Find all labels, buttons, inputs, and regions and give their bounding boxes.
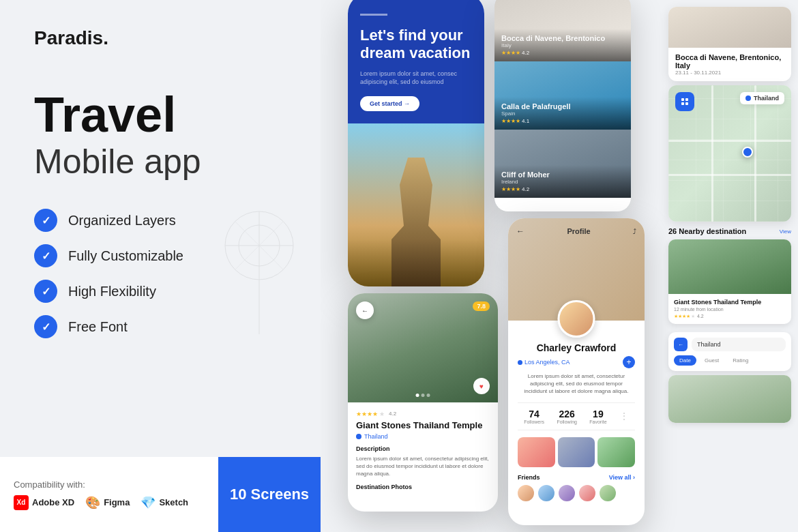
check-icon-2 — [34, 244, 57, 267]
check-icon-3 — [34, 280, 57, 303]
figma-label: Figma — [104, 497, 130, 507]
feature-label-4: Free Font — [68, 319, 128, 335]
friends-row — [518, 485, 635, 501]
photos-label: Destination Photos — [356, 484, 490, 490]
map-grid-button[interactable] — [675, 92, 694, 111]
filter-tab-date[interactable]: Date — [674, 355, 696, 366]
star-icon: ★★★★ — [501, 186, 520, 192]
dot-2 — [422, 394, 425, 397]
nearby-card: Giant Stones Thailand Temple 12 minute f… — [668, 239, 791, 324]
phone-header-bar — [360, 14, 387, 16]
profile-add-button[interactable]: + — [623, 356, 635, 368]
detail-stars: ★★★★ ★ 4.2 — [356, 411, 490, 417]
screens-badge: 10 Screens — [218, 457, 321, 532]
get-started-button[interactable]: Get started → — [360, 96, 419, 111]
view-all-link[interactable]: View all › — [609, 474, 635, 481]
figma-icon: 🎨 — [85, 495, 100, 510]
left-panel: Paradis. Travel Mobile app Organized Lay… — [0, 0, 321, 532]
filter-tabs: Date Guest Rating — [674, 355, 786, 366]
rating-value-3: 4.2 — [522, 186, 529, 192]
profile-avatar — [558, 300, 595, 338]
phone-main-image — [348, 123, 484, 286]
dest-country-2: Spain — [501, 110, 624, 117]
stat-following: 226 Following — [557, 409, 577, 424]
hero-subtitle: Mobile app — [34, 142, 286, 181]
phone-main-title: Let's find your dream vacation — [360, 27, 472, 63]
phone-main-header: Let's find your dream vacation Lorem ips… — [348, 0, 484, 123]
profile-share-button[interactable]: ⤴ — [633, 228, 636, 235]
phone-main: Let's find your dream vacation Lorem ips… — [348, 0, 484, 286]
map-road-h1 — [668, 140, 791, 142]
dest-rating-2: ★★★★ 4.1 — [501, 118, 624, 124]
filter-tab-guest[interactable]: Guest — [699, 355, 724, 366]
bottom-bar: Compatibility with: Xd Adobe XD 🎨 Figma … — [0, 457, 321, 532]
feature-label-3: High Flexibility — [68, 284, 156, 299]
compat-tools: Xd Adobe XD 🎨 Figma 💎 Sketch — [14, 495, 205, 510]
grid-dot — [681, 102, 684, 105]
friend-avatar-3 — [559, 485, 575, 501]
favorite-count: 19 — [589, 409, 606, 419]
detail-heart-button[interactable]: ♥ — [473, 378, 490, 394]
photo-3 — [597, 437, 635, 467]
feature-label-2: Fully Customizable — [68, 248, 183, 264]
dest-name-3: Cliff of Moher — [501, 171, 624, 179]
location-icon — [356, 434, 361, 439]
search-input[interactable]: Thailand — [692, 338, 786, 351]
nearby-view-link[interactable]: View — [780, 228, 791, 235]
nearby-title: 26 Nearby destination — [668, 227, 746, 235]
profile-name: Charley Crawford — [518, 342, 635, 353]
phone-main-body: Lorem ipsum dolor sit amet, consec adipi… — [360, 70, 472, 87]
map-area: Thailand — [668, 85, 791, 222]
friend-avatar-2 — [538, 485, 555, 501]
friends-label-text: Friends — [518, 474, 540, 481]
favorite-label: Favorite — [589, 419, 606, 424]
right-column: Bocca di Navene, Brentonico, Italy 23.11… — [662, 0, 798, 532]
filter-tab-rating[interactable]: Rating — [727, 355, 754, 366]
star-icon: ★★★★ — [674, 314, 690, 319]
star-empty-icon: ★ — [691, 314, 695, 319]
profile-location: Los Angeles, CA + — [518, 356, 635, 368]
map-pin-main — [742, 147, 753, 158]
dest-country-1: Italy — [501, 42, 624, 48]
right-detail-content: Bocca di Navene, Brentonico, Italy 23.11… — [668, 48, 791, 81]
search-back-button[interactable]: ← — [674, 338, 688, 351]
rating-value-2: 4.1 — [522, 118, 529, 124]
feature-label-1: Organized Layers — [68, 213, 176, 228]
profile-location-text: Los Angeles, CA — [524, 359, 570, 366]
map-location-text: Thailand — [754, 95, 779, 102]
decorative-lines — [218, 205, 300, 341]
nearby-card-stars: ★★★★ ★ 4.2 — [674, 314, 786, 319]
profile-stats: 74 Followers 226 Following 19 Favorite ⋮ — [518, 402, 635, 430]
grid-dot — [685, 102, 688, 105]
map-location-label: Thailand — [740, 92, 784, 104]
grid-dot — [681, 98, 684, 101]
more-options-icon[interactable]: ⋮ — [619, 411, 629, 422]
photo-2 — [558, 437, 595, 467]
dest-country-3: Ireland — [501, 179, 624, 185]
detail-back-button[interactable]: ← — [356, 301, 374, 319]
dest-name-2: Calla de Palafrugell — [501, 102, 624, 110]
dest-rating-1: ★★★★ 4.2 — [501, 50, 624, 56]
map-pin-small-icon — [745, 95, 751, 101]
adobe-xd-label: Adobe XD — [32, 497, 74, 507]
tool-figma: 🎨 Figma — [85, 495, 130, 510]
dest-overlay-3: Cliff of Moher Ireland ★★★★ 4.2 — [494, 165, 631, 198]
friend-avatar-1 — [518, 485, 534, 501]
nearby-card-distance: 12 minute from location — [674, 307, 786, 312]
detail-badge: 7.8 — [473, 301, 490, 311]
hero-title: Travel — [34, 90, 286, 139]
detail-content: ★★★★ ★ 4.2 Giant Stones Thailand Temple … — [348, 402, 498, 499]
hero-title-wrap: Travel Mobile app — [34, 90, 286, 209]
destination-card-2: Calla de Palafrugell Spain ★★★★ 4.1 — [494, 61, 631, 130]
check-icon-4 — [34, 315, 57, 338]
dot-1 — [416, 394, 419, 397]
star-empty-icon: ★ — [379, 411, 385, 417]
screenshots-area: Let's find your dream vacation Lorem ips… — [321, 0, 798, 532]
nearby-card-content: Giant Stones Thailand Temple 12 minute f… — [668, 294, 791, 324]
followers-label: Followers — [524, 419, 544, 424]
description-label: Description — [356, 445, 490, 452]
profile-back-button[interactable]: ← — [516, 226, 524, 236]
detail-location-text: Thailand — [364, 433, 388, 440]
dot-3 — [427, 394, 430, 397]
star-icon: ★★★★ — [501, 118, 520, 124]
